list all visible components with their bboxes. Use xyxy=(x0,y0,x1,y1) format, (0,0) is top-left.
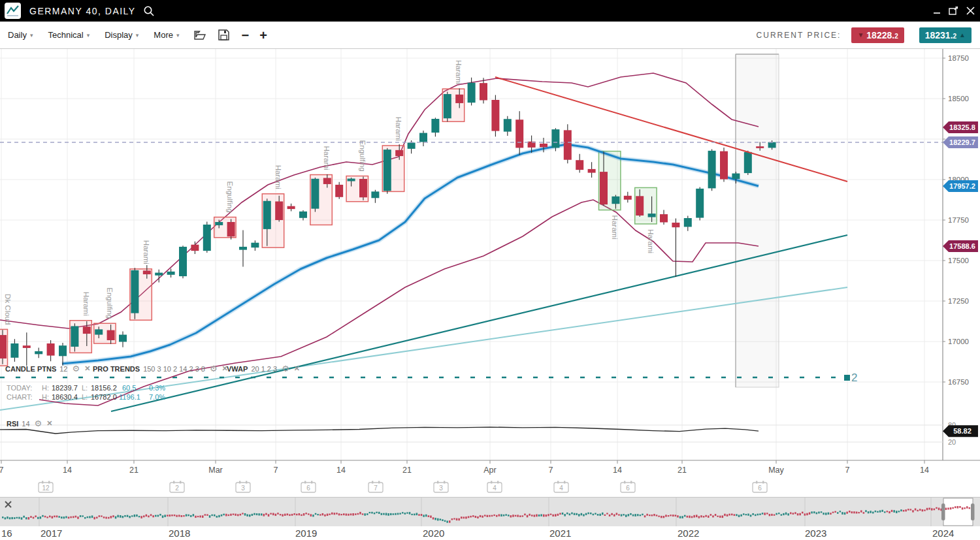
candle[interactable] xyxy=(131,270,139,313)
candle[interactable] xyxy=(744,152,752,173)
vwap-settings-icon[interactable]: ⚙ xyxy=(282,365,289,372)
candle[interactable] xyxy=(696,189,704,218)
calendar-badge[interactable]: 6 xyxy=(753,481,767,493)
navigator-handle-left[interactable] xyxy=(941,503,945,520)
candle[interactable] xyxy=(624,196,632,200)
candle[interactable] xyxy=(600,172,608,204)
candle[interactable] xyxy=(59,345,67,356)
navigator-handle-right[interactable] xyxy=(971,503,975,520)
candle[interactable] xyxy=(455,95,463,103)
candle[interactable] xyxy=(263,201,271,229)
candle[interactable] xyxy=(708,151,716,189)
candle[interactable] xyxy=(672,223,679,227)
candle[interactable] xyxy=(431,119,439,133)
candle[interactable] xyxy=(732,174,740,179)
candle[interactable] xyxy=(23,345,31,348)
candle[interactable] xyxy=(395,150,403,156)
candle[interactable] xyxy=(384,150,391,191)
candle[interactable] xyxy=(684,218,692,227)
calendar-badge[interactable]: 3 xyxy=(434,481,448,493)
candle[interactable] xyxy=(311,179,319,209)
candle[interactable] xyxy=(648,214,656,217)
candle[interactable] xyxy=(359,179,367,197)
calendar-badge[interactable]: 4 xyxy=(554,481,568,493)
candle[interactable] xyxy=(47,343,55,356)
sell-price-button[interactable]: ▼ 18228.2 xyxy=(851,27,904,43)
candle[interactable] xyxy=(612,197,619,204)
calendar-badge[interactable]: 6 xyxy=(621,481,635,493)
candle[interactable] xyxy=(119,335,127,342)
calendar-badge[interactable]: 4 xyxy=(487,481,502,493)
candle[interactable] xyxy=(480,83,487,100)
candle[interactable] xyxy=(720,151,728,180)
candle[interactable] xyxy=(95,329,103,334)
open-folder-icon[interactable] xyxy=(194,30,206,40)
candle-ptns-close-icon[interactable]: ✕ xyxy=(84,364,90,373)
candle[interactable] xyxy=(215,222,223,225)
pro-trends-settings-icon[interactable]: ⚙ xyxy=(210,365,218,372)
candle[interactable] xyxy=(275,201,283,220)
buy-price-button[interactable]: 18231.2 ▲ xyxy=(919,27,972,43)
popout-icon[interactable] xyxy=(949,7,958,16)
candle[interactable] xyxy=(239,247,247,250)
candle[interactable] xyxy=(167,272,175,275)
close-icon[interactable] xyxy=(966,7,975,15)
candle[interactable] xyxy=(83,326,91,334)
candle[interactable] xyxy=(143,270,151,274)
calendar-badge[interactable]: 7 xyxy=(368,481,383,493)
navigator[interactable] xyxy=(0,498,980,527)
candle[interactable] xyxy=(768,142,776,148)
search-icon[interactable] xyxy=(142,5,155,18)
vwap-close-icon[interactable]: ✕ xyxy=(294,364,300,373)
candle[interactable] xyxy=(191,245,199,251)
candle[interactable] xyxy=(551,129,559,148)
menu-daily[interactable]: Daily ▾ xyxy=(8,30,33,40)
candle[interactable] xyxy=(468,83,476,103)
menu-more[interactable]: More ▾ xyxy=(154,30,179,40)
candle[interactable] xyxy=(576,160,583,170)
menu-display[interactable]: Display ▾ xyxy=(105,30,139,40)
calendar-badge[interactable]: 6 xyxy=(301,481,316,493)
zoom-in-button[interactable]: + xyxy=(259,29,267,42)
calendar-badge[interactable]: 12 xyxy=(39,481,53,493)
candle[interactable] xyxy=(227,222,235,236)
calendar-badge[interactable]: 2 xyxy=(170,481,184,493)
zoom-out-button[interactable]: − xyxy=(241,29,249,42)
calendar-badge[interactable]: 3 xyxy=(236,481,250,493)
candle[interactable] xyxy=(515,119,523,148)
candle[interactable] xyxy=(540,144,547,147)
candle[interactable] xyxy=(444,94,451,118)
candle[interactable] xyxy=(756,146,764,148)
candle-ptns-settings-icon[interactable]: ⚙ xyxy=(72,365,80,372)
navigator-selection[interactable] xyxy=(943,498,973,526)
candle[interactable] xyxy=(287,206,295,209)
candle[interactable] xyxy=(299,212,307,218)
candle[interactable] xyxy=(251,243,259,247)
save-icon[interactable] xyxy=(218,29,229,40)
candle[interactable] xyxy=(71,326,78,346)
candle[interactable] xyxy=(107,330,115,340)
candle[interactable] xyxy=(203,225,211,251)
candle[interactable] xyxy=(588,169,596,173)
price-chart[interactable]: 2Dk CloudHaramiEngulfingHaramiEngulfingH… xyxy=(0,49,980,540)
candle[interactable] xyxy=(335,185,343,197)
candle[interactable] xyxy=(491,100,499,131)
candle[interactable] xyxy=(660,214,668,222)
menu-technical[interactable]: Technical ▾ xyxy=(48,30,90,40)
candle[interactable] xyxy=(408,142,416,148)
rsi-settings-icon[interactable]: ⚙ xyxy=(35,420,42,427)
candle[interactable] xyxy=(35,351,42,354)
candle[interactable] xyxy=(348,179,355,182)
candle[interactable] xyxy=(636,196,644,215)
candle[interactable] xyxy=(0,335,7,358)
candle[interactable] xyxy=(179,247,187,276)
candle[interactable] xyxy=(419,133,427,142)
candle[interactable] xyxy=(323,178,331,184)
candle[interactable] xyxy=(155,273,163,276)
minimize-icon[interactable] xyxy=(933,7,941,15)
candle[interactable] xyxy=(564,130,572,159)
candle[interactable] xyxy=(10,343,18,358)
rsi-close-icon[interactable]: ✕ xyxy=(46,419,52,428)
candle[interactable] xyxy=(371,191,379,198)
candle[interactable] xyxy=(504,119,512,131)
